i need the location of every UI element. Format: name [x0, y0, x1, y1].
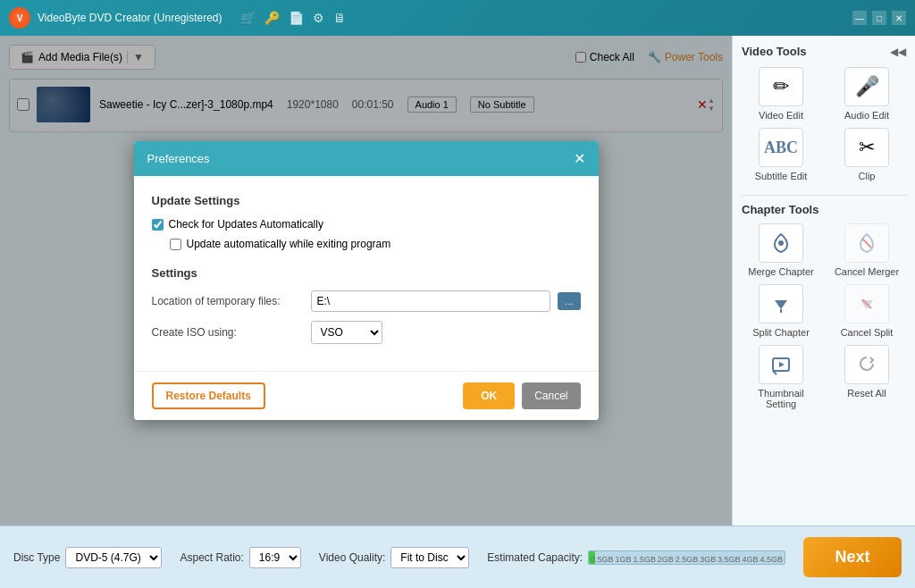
thumbnail-setting-label: Thumbnail Setting [742, 388, 820, 409]
cancel-merger-label: Cancel Merger [835, 266, 899, 277]
cancel-merger-tool[interactable]: Cancel Merger [827, 223, 906, 277]
split-chapter-label: Split Chapter [752, 327, 810, 338]
modal-overlay: Preferences ✕ Update Settings Check for … [0, 36, 732, 525]
thumbnail-setting-tool[interactable]: Thumbnail Setting [742, 345, 820, 409]
split-chapter-tool[interactable]: Split Chapter [742, 284, 820, 338]
cancel-merger-icon [856, 232, 877, 254]
check-updates-label: Check for Updates Automatically [169, 218, 323, 231]
tick-1: 1GB [615, 555, 631, 564]
clip-tool[interactable]: ✂ Clip [827, 128, 906, 181]
disc-type-label: Disc Type [13, 551, 60, 564]
tick-7: 4GB [743, 555, 759, 564]
audio-edit-icon: 🎤 [855, 75, 879, 98]
cancel-split-icon [856, 293, 877, 315]
next-button[interactable]: Next [803, 537, 902, 577]
merge-chapter-tool[interactable]: Merge Chapter [742, 223, 820, 277]
dialog-body: Update Settings Check for Updates Automa… [134, 176, 599, 371]
key-icon[interactable]: 🔑 [264, 11, 280, 25]
cancel-split-tool[interactable]: Cancel Split [827, 284, 906, 338]
video-quality-label: Video Quality: [319, 551, 386, 564]
video-quality-select[interactable]: Fit to Disc High Medium [390, 547, 469, 568]
clip-icon: ✂ [859, 136, 875, 159]
tick-4: 2.5GB [676, 555, 699, 564]
auto-update-row: Update automatically while exiting progr… [170, 238, 581, 250]
aspect-ratio-select[interactable]: 16:9 4:3 [249, 547, 301, 568]
cancel-merger-icon-box [844, 223, 889, 263]
check-updates-row: Check for Updates Automatically [152, 218, 581, 231]
capacity-row: Estimated Capacity: 0.5GB 1GB 1.5GB 2GB … [487, 550, 785, 565]
settings-icon[interactable]: ⚙ [313, 11, 324, 25]
aspect-ratio-field: Aspect Ratio: 16:9 4:3 [180, 547, 300, 568]
cancel-button[interactable]: Cancel [522, 382, 580, 409]
subtitle-edit-icon: ABC [764, 139, 798, 157]
minimize-button[interactable]: — [852, 11, 867, 25]
monitor-icon[interactable]: 🖥 [333, 11, 346, 25]
dialog-footer-right: OK Cancel [463, 382, 580, 409]
chapter-tools-section: Chapter Tools Merge Chapter Cancel Merge… [742, 203, 906, 409]
content-area: 🎬 Add Media File(s) ▼ Check All 🔧 Power … [0, 36, 732, 525]
auto-update-checkbox[interactable] [170, 239, 181, 250]
aspect-ratio-label: Aspect Ratio: [180, 551, 243, 564]
restore-defaults-button[interactable]: Restore Defaults [152, 382, 265, 409]
merge-chapter-label: Merge Chapter [748, 266, 813, 277]
dialog-title: Preferences [147, 152, 210, 165]
create-iso-row: Create ISO using: VSO ImgBurn [152, 321, 581, 344]
video-tools-section: ✏ Video Edit 🎤 Audio Edit ABC Subtitle E… [742, 67, 906, 181]
app-title: VideoByte DVD Creator (Unregistered) [38, 12, 222, 24]
settings-title: Settings [152, 266, 581, 280]
panel-collapse-button[interactable]: ◀◀ [890, 46, 906, 58]
settings-section: Settings Location of temporary files: ..… [152, 266, 581, 344]
reset-all-icon [856, 354, 877, 375]
app-logo: V [9, 7, 30, 29]
cart-icon[interactable]: 🛒 [240, 11, 256, 25]
panel-header: Video Tools ◀◀ [742, 45, 906, 58]
svg-line-1 [862, 239, 871, 248]
subtitle-edit-icon-box: ABC [759, 128, 803, 167]
create-iso-label: Create ISO using: [152, 326, 304, 339]
title-bar: V VideoByte DVD Creator (Unregistered) 🛒… [0, 0, 915, 36]
disc-type-select[interactable]: DVD-5 (4.7G) DVD-9 (8.5G) [65, 547, 162, 568]
tick-6: 3.5GB [718, 555, 741, 564]
temp-files-label: Location of temporary files: [152, 295, 304, 307]
svg-marker-7 [779, 362, 785, 367]
check-updates-checkbox[interactable] [152, 219, 164, 231]
svg-point-0 [778, 240, 784, 246]
tick-0: 0.5GB [591, 555, 614, 564]
right-panel: Video Tools ◀◀ ✏ Video Edit 🎤 Audio Edit [732, 36, 915, 525]
subtitle-edit-label: Subtitle Edit [755, 171, 808, 181]
video-tools-grid: ✏ Video Edit 🎤 Audio Edit ABC Subtitle E… [742, 67, 906, 181]
video-edit-icon-box: ✏ [759, 67, 803, 106]
estimated-capacity-label: Estimated Capacity: [487, 551, 583, 564]
split-chapter-icon-box [759, 284, 803, 323]
video-quality-field: Video Quality: Fit to Disc High Medium [319, 547, 470, 568]
preferences-dialog: Preferences ✕ Update Settings Check for … [134, 141, 599, 420]
split-chapter-icon [770, 293, 792, 315]
reset-all-icon-box [844, 345, 889, 384]
dialog-footer: Restore Defaults OK Cancel [134, 371, 599, 420]
dialog-close-button[interactable]: ✕ [574, 150, 585, 167]
window-controls: — □ ✕ [852, 11, 906, 25]
browse-button[interactable]: ... [558, 292, 580, 310]
temp-files-input[interactable] [311, 290, 551, 312]
thumbnail-icon [770, 354, 792, 375]
capacity-ticks: 0.5GB 1GB 1.5GB 2GB 2.5GB 3GB 3.5GB 4GB … [589, 551, 785, 564]
disc-type-field: Disc Type DVD-5 (4.7G) DVD-9 (8.5G) [13, 547, 162, 568]
chapter-tools-title: Chapter Tools [742, 203, 906, 216]
video-edit-label: Video Edit [759, 110, 803, 121]
subtitle-edit-tool[interactable]: ABC Subtitle Edit [742, 128, 820, 181]
audio-edit-label: Audio Edit [844, 110, 889, 121]
close-button[interactable]: ✕ [892, 11, 906, 25]
doc-icon[interactable]: 📄 [289, 11, 304, 25]
audio-edit-icon-box: 🎤 [844, 67, 889, 106]
merge-chapter-icon [770, 232, 792, 254]
ok-button[interactable]: OK [463, 382, 515, 409]
maximize-button[interactable]: □ [872, 11, 886, 25]
reset-all-tool[interactable]: Reset All [827, 345, 906, 409]
audio-edit-tool[interactable]: 🎤 Audio Edit [827, 67, 906, 121]
panel-title: Video Tools [742, 45, 806, 58]
tick-5: 3GB [700, 555, 716, 564]
chapter-tools-grid: Merge Chapter Cancel Merger Spl [742, 223, 906, 409]
create-iso-select[interactable]: VSO ImgBurn [311, 321, 382, 344]
video-edit-tool[interactable]: ✏ Video Edit [742, 67, 820, 121]
merge-chapter-icon-box [759, 223, 803, 263]
